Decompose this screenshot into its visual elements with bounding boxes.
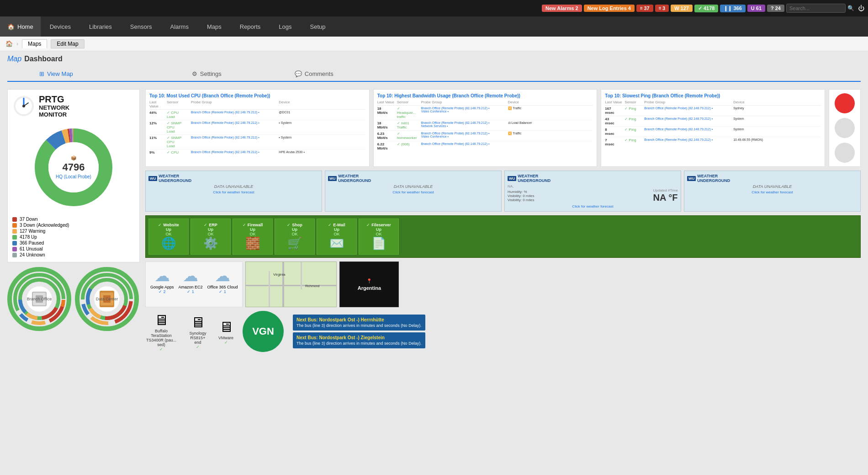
top-bar: New Alarms 2 New Log Entries 4 ‼ 37 ‼ 3 … (0, 0, 868, 16)
nav-home[interactable]: 🏠 Home (0, 16, 41, 37)
cloud-office365-icon: ☁ (207, 267, 238, 285)
tab-settings[interactable]: ⚙ Settings (178, 67, 235, 81)
nav-setup-label: Setup (310, 23, 325, 30)
nav-alarms-label: Alarms (170, 23, 189, 30)
wu-badge-3: WU (508, 176, 516, 181)
svg-text:Richmond: Richmond (305, 284, 320, 288)
traffic-light-red (835, 93, 855, 113)
top10-row: Top 10: Most Used CPU (Branch Office (Re… (145, 89, 861, 167)
badge-37-button[interactable]: ‼ 37 (636, 5, 653, 12)
badge-q: ? (771, 5, 774, 11)
nav-setup[interactable]: Setup (301, 16, 334, 37)
weather-click-2[interactable]: Click for weather forecast (328, 190, 498, 194)
service-erp[interactable]: ✓ ERP Up OK ⚙️ (191, 219, 231, 255)
vmware-icon: 🖥 (218, 319, 233, 336)
search-icon[interactable]: 🔍 (847, 5, 854, 11)
badge-3: 3 (662, 5, 665, 11)
nav-alarms[interactable]: Alarms (161, 16, 198, 37)
tab-view-map[interactable]: ⊞ View Map (26, 67, 87, 82)
breadcrumb-home-icon[interactable]: 🏠 (5, 40, 13, 47)
breadcrumb-bar: 🏠 › Maps Edit Map (0, 37, 868, 51)
nav-reports[interactable]: Reports (231, 16, 270, 37)
cloud-amazon[interactable]: ☁ Amazon EC2 ✓ 1 (179, 267, 203, 294)
donut-count: 4796 (56, 161, 91, 173)
prtg-logo-text: PRTG NETWORK MONITOR (39, 94, 69, 118)
svg-rect-39 (282, 262, 284, 307)
main-content: PRTG NETWORK MONITOR (0, 82, 868, 465)
nav-devices[interactable]: Devices (41, 16, 80, 37)
map-thumbnail[interactable]: Virginia RichmondCity Hall CHAMPA... (245, 262, 337, 307)
argentina-card[interactable]: 📍 Argentina (339, 262, 399, 307)
weather-click-4[interactable]: Click for weather forecast (687, 190, 857, 194)
service-website[interactable]: ✓ Website Up OK 🌐 (148, 219, 189, 255)
device-buffalo[interactable]: 🖥 Buffalo TeraStation TS3400R (pau...sed… (145, 312, 177, 352)
weather-card-1[interactable]: WU WEATHERUNDERGROUND DATA UNAVAILABLE C… (145, 171, 322, 212)
nav-maps-label: Maps (207, 23, 222, 30)
badge-61: 61 (756, 5, 762, 11)
new-log-entries-button[interactable]: New Log Entries 4 (584, 5, 635, 12)
service-email[interactable]: ✓ E-Mail Up OK ✉️ (317, 219, 357, 255)
power-icon[interactable]: ⏻ (858, 5, 864, 12)
top10-cpu-card: Top 10: Most Used CPU (Branch Office (Re… (145, 89, 370, 167)
prtg-gauge-icon (12, 95, 35, 117)
cloud-google[interactable]: ☁ Google Apps ✓ 2 (150, 267, 174, 294)
datacenter-sunburst[interactable]: Data Center (75, 267, 139, 331)
badge-24: 24 (775, 5, 781, 11)
badge-unusual-button[interactable]: U 61 (747, 5, 765, 12)
cloud-office365-label: Office 365 Cloud (207, 285, 238, 289)
weather-card-4[interactable]: WU WEATHERUNDERGROUND DATA UNAVAILABLE C… (684, 171, 861, 212)
search-input[interactable] (786, 4, 846, 13)
weather-card-2[interactable]: WU WEATHERUNDERGROUND DATA UNAVAILABLE C… (325, 171, 502, 212)
vgn-logo[interactable]: VGN (243, 311, 284, 352)
view-tabs: ⊞ View Map ⚙ Settings 💬 Comments (7, 67, 861, 82)
breadcrumb-edit-map-tab[interactable]: Edit Map (51, 39, 84, 48)
donut-center: 📦 4796 HQ (Local Probe) (56, 155, 91, 179)
page-title-dashboard: Dashboard (24, 55, 63, 63)
nav-maps[interactable]: Maps (198, 16, 231, 37)
data-center-label: Data Center (96, 297, 118, 301)
comments-label: Comments (305, 70, 333, 77)
badge-unknown-button[interactable]: ? 24 (767, 5, 784, 12)
new-alarms-count: 2 (576, 5, 578, 11)
service-fileserver[interactable]: ✓ Fileserver Up OK 📄 (359, 219, 399, 255)
weather-click-1[interactable]: Click for weather forecast (148, 190, 319, 194)
synology-icon: 🖥 (182, 314, 214, 331)
weather-click-3[interactable]: Click for weather forecast (508, 204, 678, 208)
firewall-icon: 🧱 (238, 236, 268, 251)
nav-libraries[interactable]: Libraries (80, 16, 121, 37)
new-alarms-label: New Alarms (545, 5, 574, 11)
weather-unavail-1: DATA UNAVAILABLE (148, 184, 319, 189)
datacenter-label: Data Center (96, 297, 118, 301)
device-synology[interactable]: 🖥 Synology RS815+end ✓ (182, 314, 214, 349)
tab-comments[interactable]: 💬 Comments (281, 67, 347, 81)
service-firewall[interactable]: ✓ Firewall Up OK 🧱 (233, 219, 273, 255)
wu-badge-4: WU (687, 176, 696, 181)
svg-rect-42 (301, 262, 302, 289)
badge-paused-button[interactable]: ❙❙ 366 (720, 5, 745, 12)
top10-cpu-rows: 44% ✓ CPULoad Branch Office (Remote Prob… (149, 110, 365, 155)
new-alarms-button[interactable]: New Alarms 2 (542, 5, 582, 12)
badge-up-button[interactable]: ✓ 4178 (694, 5, 718, 12)
bus-1: Next Bus: Nordostpark Ost -) Herrnhütte … (293, 315, 425, 331)
service-shop[interactable]: ✓ Shop Up OK 🛒 (275, 219, 315, 255)
buffalo-icon: 🖥 (145, 312, 177, 329)
home-icon: 🏠 (7, 23, 15, 30)
settings-icon: ⚙ (192, 70, 197, 77)
badge-3-button[interactable]: ‼ 3 (655, 5, 669, 12)
donut-legend: 37 Down 3 Down (Acknowledged) 127 Warnin… (12, 217, 135, 257)
weather-row: WU WEATHERUNDERGROUND DATA UNAVAILABLE C… (145, 171, 861, 212)
badge-w-button[interactable]: W 127 (671, 5, 693, 12)
breadcrumb-maps-tab[interactable]: Maps (22, 39, 47, 48)
weather-card-3[interactable]: WU WEATHERUNDERGROUND NA, Humidity: %Vis… (504, 171, 681, 212)
nav-logs[interactable]: Logs (270, 16, 301, 37)
website-icon: 🌐 (153, 236, 184, 251)
nav-sensors[interactable]: Sensors (121, 16, 161, 37)
nav-reports-label: Reports (240, 23, 261, 30)
device-vmware[interactable]: 🖥 VMware ✓ (218, 319, 233, 345)
settings-label: Settings (200, 70, 222, 77)
branch-office-sunburst[interactable]: Branch Office (7, 267, 71, 331)
view-map-icon: ⊞ (39, 70, 44, 77)
cloud-office365[interactable]: ☁ Office 365 Cloud ✓ 1 (207, 267, 238, 294)
service-tiles: ✓ Website Up OK 🌐 ✓ ERP Up OK ⚙️ ✓ Firew… (145, 215, 861, 258)
clouds-section: ☁ Google Apps ✓ 2 ☁ Amazon EC2 ✓ 1 ☁ Off… (145, 262, 243, 307)
